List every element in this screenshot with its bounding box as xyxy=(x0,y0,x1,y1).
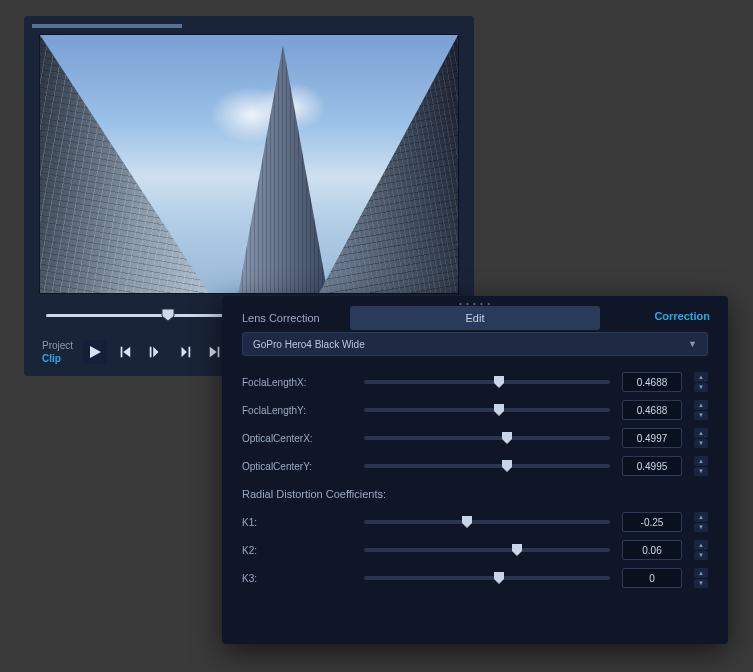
k3-spinner: ▲▼ xyxy=(694,568,708,588)
optical-center-y-value[interactable]: 0.4995 xyxy=(622,456,682,476)
go-start-button[interactable] xyxy=(113,340,137,364)
k2-row: K2:0.06▲▼ xyxy=(242,536,708,564)
focal-length-y-step-down[interactable]: ▼ xyxy=(694,411,708,421)
focal-length-x-spinner: ▲▼ xyxy=(694,372,708,392)
optical-center-y-label: OpticalCenterY: xyxy=(242,461,352,472)
k1-row: K1:-0.25▲▼ xyxy=(242,508,708,536)
focal-length-y-label: FoclaLengthY: xyxy=(242,405,352,416)
k3-step-down[interactable]: ▼ xyxy=(694,579,708,589)
timeline-playhead[interactable] xyxy=(160,307,176,323)
k2-thumb[interactable] xyxy=(511,543,523,557)
clip-label[interactable]: Clip xyxy=(42,353,73,364)
k2-spinner: ▲▼ xyxy=(694,540,708,560)
play-button[interactable] xyxy=(83,340,107,364)
optical-center-y-thumb[interactable] xyxy=(501,459,513,473)
k3-value[interactable]: 0 xyxy=(622,568,682,588)
focal-length-y-thumb[interactable] xyxy=(493,403,505,417)
optical-center-x-thumb[interactable] xyxy=(501,431,513,445)
focal-length-x-thumb[interactable] xyxy=(493,375,505,389)
focal-length-y-row: FoclaLengthY:0.4688▲▼ xyxy=(242,396,708,424)
focal-length-x-value[interactable]: 0.4688 xyxy=(622,372,682,392)
chevron-down-icon: ▼ xyxy=(688,339,697,349)
optical-center-x-row: OpticalCenterX:0.4997▲▼ xyxy=(242,424,708,452)
k1-step-down[interactable]: ▼ xyxy=(694,523,708,533)
k3-row: K3:0▲▼ xyxy=(242,564,708,592)
focal-length-x-row: FoclaLengthX:0.4688▲▼ xyxy=(242,368,708,396)
optical-center-x-slider[interactable] xyxy=(364,436,610,440)
optical-center-x-step-down[interactable]: ▼ xyxy=(694,439,708,449)
k1-label: K1: xyxy=(242,517,352,528)
tab-correction[interactable]: Correction xyxy=(654,310,710,322)
k3-step-up[interactable]: ▲ xyxy=(694,568,708,578)
lens-preset-value: GoPro Hero4 Black Wide xyxy=(253,339,365,350)
k3-slider[interactable] xyxy=(364,576,610,580)
tab-edit[interactable]: Edit xyxy=(350,306,600,330)
k1-thumb[interactable] xyxy=(461,515,473,529)
k1-value[interactable]: -0.25 xyxy=(622,512,682,532)
tab-edit-label: Edit xyxy=(466,312,485,324)
focal-length-y-slider[interactable] xyxy=(364,408,610,412)
video-viewport[interactable] xyxy=(39,34,459,294)
k2-label: K2: xyxy=(242,545,352,556)
k1-step-up[interactable]: ▲ xyxy=(694,512,708,522)
distortion-title: Radial Distortion Coefficients: xyxy=(242,488,708,500)
focal-length-x-step-up[interactable]: ▲ xyxy=(694,372,708,382)
k2-step-down[interactable]: ▼ xyxy=(694,551,708,561)
k1-slider[interactable] xyxy=(364,520,610,524)
tab-correction-label: Correction xyxy=(654,310,710,322)
viewport-image xyxy=(200,75,330,155)
focal-length-y-step-up[interactable]: ▲ xyxy=(694,400,708,410)
k3-label: K3: xyxy=(242,573,352,584)
optical-center-y-slider[interactable] xyxy=(364,464,610,468)
optical-center-x-step-up[interactable]: ▲ xyxy=(694,428,708,438)
step-back-button[interactable] xyxy=(143,340,167,364)
k2-slider[interactable] xyxy=(364,548,610,552)
focal-length-x-label: FoclaLengthX: xyxy=(242,377,352,388)
project-label[interactable]: Project xyxy=(42,340,73,351)
focal-length-y-spinner: ▲▼ xyxy=(694,400,708,420)
optical-center-x-spinner: ▲▼ xyxy=(694,428,708,448)
k3-thumb[interactable] xyxy=(493,571,505,585)
focal-length-x-slider[interactable] xyxy=(364,380,610,384)
panel-tab-indicator xyxy=(32,24,182,28)
lens-preset-dropdown[interactable]: GoPro Hero4 Black Wide ▼ xyxy=(242,332,708,356)
optical-center-y-step-down[interactable]: ▼ xyxy=(694,467,708,477)
k2-value[interactable]: 0.06 xyxy=(622,540,682,560)
k1-spinner: ▲▼ xyxy=(694,512,708,532)
focal-length-y-value[interactable]: 0.4688 xyxy=(622,400,682,420)
optical-center-y-spinner: ▲▼ xyxy=(694,456,708,476)
focal-length-x-step-down[interactable]: ▼ xyxy=(694,383,708,393)
step-forward-button[interactable] xyxy=(173,340,197,364)
optical-center-y-row: OpticalCenterY:0.4995▲▼ xyxy=(242,452,708,480)
optical-center-y-step-up[interactable]: ▲ xyxy=(694,456,708,466)
k2-step-up[interactable]: ▲ xyxy=(694,540,708,550)
optical-center-x-value[interactable]: 0.4997 xyxy=(622,428,682,448)
correction-panel: • • • • • Edit Correction Lens Correctio… xyxy=(222,296,728,644)
optical-center-x-label: OpticalCenterX: xyxy=(242,433,352,444)
